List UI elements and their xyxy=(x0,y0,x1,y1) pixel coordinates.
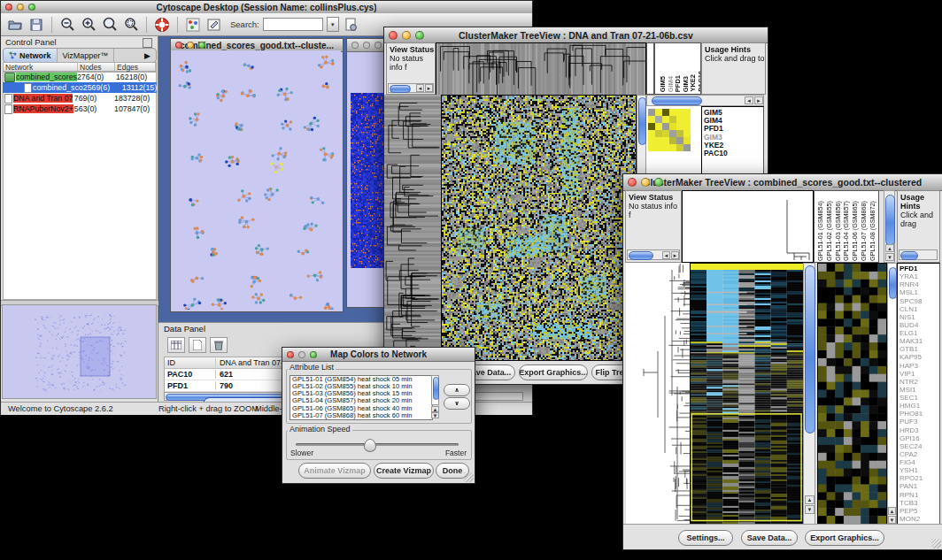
zoom-cell[interactable] xyxy=(683,144,691,151)
gene-label[interactable]: PFD1 xyxy=(898,265,939,272)
scroll-right-arrow[interactable]: ► xyxy=(671,251,679,259)
dialog-titlebar[interactable]: Map Colors to Network xyxy=(282,348,475,362)
gene-label[interactable]: NTR2 xyxy=(898,378,939,386)
gene-label[interactable]: HAP3 xyxy=(898,362,939,370)
resize-grip[interactable] xyxy=(464,472,474,482)
gene-label[interactable]: PEP5 xyxy=(898,507,939,515)
zoom-cell[interactable] xyxy=(676,116,683,123)
resize-grip[interactable] xyxy=(931,539,941,548)
scroll-right-arrow[interactable]: ► xyxy=(754,96,763,104)
gene-label[interactable]: CLN1 xyxy=(898,305,939,313)
minimize-button[interactable] xyxy=(17,4,24,11)
zoom-cell[interactable] xyxy=(648,144,655,151)
gene-label[interactable]: BUD4 xyxy=(898,321,939,329)
zoom-cell[interactable] xyxy=(683,109,691,116)
scrollbar-thumb[interactable] xyxy=(629,251,653,260)
zoom-cell[interactable] xyxy=(662,123,669,130)
vizmap-icon[interactable] xyxy=(184,16,202,34)
cytoscape-titlebar[interactable]: Cytoscape Desktop (Session Name: collins… xyxy=(1,1,532,14)
zoom-cell[interactable] xyxy=(662,116,669,123)
animate-vizmap-button[interactable]: Animate Vizmap xyxy=(298,463,371,479)
scrollbar-thumb[interactable] xyxy=(900,251,918,260)
gene-label[interactable]: PAN1 xyxy=(898,482,939,490)
settings-button[interactable]: Settings... xyxy=(678,530,733,546)
gene-label[interactable]: MSL1 xyxy=(898,288,939,296)
scroll-down-arrow[interactable]: ▼ xyxy=(888,516,896,524)
zoom-cell[interactable] xyxy=(683,137,691,144)
genelist-vscrollbar[interactable]: ▲ ▼ xyxy=(887,263,897,525)
gene-label[interactable]: YSH1 xyxy=(898,466,939,474)
network-list-row[interactable]: DNA and Tran 07769(0)183728(0) xyxy=(3,93,157,104)
tab-network[interactable]: Network xyxy=(4,49,58,62)
heatmap-vscrollbar[interactable]: ▲ ▼ xyxy=(803,263,815,525)
scroll-up-arrow[interactable]: ▲ xyxy=(885,244,894,252)
usage-hscrollbar[interactable] xyxy=(899,249,938,260)
zoom-cell[interactable] xyxy=(655,137,662,144)
search-dropdown-arrow[interactable]: ▼ xyxy=(327,17,339,32)
gene-label[interactable]: MSI1 xyxy=(898,386,939,394)
status-hscrollbar[interactable]: ◄ ► xyxy=(388,83,434,93)
gene-label[interactable]: NIS1 xyxy=(898,313,939,321)
report-icon[interactable] xyxy=(343,16,360,34)
zoom-cell[interactable] xyxy=(662,130,669,137)
tree-divider-strip[interactable] xyxy=(646,42,654,95)
column-dendrogram[interactable] xyxy=(682,190,814,263)
zoom-cell[interactable] xyxy=(662,109,669,116)
gene-label[interactable]: RPN1 xyxy=(898,491,939,499)
slider-thumb[interactable] xyxy=(364,439,376,452)
gene-label[interactable]: HMG1 xyxy=(898,402,939,410)
gene-label[interactable]: PHO81 xyxy=(898,410,939,418)
delete-attribute-icon[interactable] xyxy=(210,337,228,353)
global-heatmap[interactable] xyxy=(441,95,637,361)
annotation-icon[interactable] xyxy=(205,16,223,34)
close-button[interactable] xyxy=(389,31,398,40)
row-dendrogram[interactable] xyxy=(384,95,441,361)
gene-label[interactable]: PAC10 xyxy=(702,150,763,157)
attribute-table-icon[interactable] xyxy=(167,337,185,353)
zoom-cell[interactable] xyxy=(648,130,655,137)
minimize-button[interactable] xyxy=(641,178,650,187)
gene-label[interactable]: KAP95 xyxy=(898,353,939,361)
scroll-left-arrow[interactable]: ◄ xyxy=(416,84,424,92)
zoom-cell[interactable] xyxy=(648,123,655,130)
zoom-button[interactable] xyxy=(310,351,317,358)
global-heatmap[interactable] xyxy=(690,263,804,525)
zoom-cell[interactable] xyxy=(669,130,676,137)
column-dendrogram[interactable] xyxy=(436,42,646,96)
scrollbar-thumb[interactable] xyxy=(885,195,895,246)
zoom-cell[interactable] xyxy=(648,109,655,116)
treeview2-titlebar[interactable]: ClusterMaker TreeView : combined_scores_… xyxy=(623,174,942,191)
frame-minimize-button[interactable] xyxy=(363,42,370,49)
zoom-cell[interactable] xyxy=(669,137,676,144)
treeview1-titlebar[interactable]: ClusterMaker TreeView : DNA and Tran 07-… xyxy=(384,27,768,43)
create-vizmap-button[interactable]: Create Vizmap xyxy=(374,463,434,479)
open-folder-icon[interactable] xyxy=(6,16,24,34)
animation-speed-slider[interactable] xyxy=(296,443,459,446)
export-graphics-button[interactable]: Export Graphics... xyxy=(805,530,884,546)
zoom-cell[interactable] xyxy=(669,109,676,116)
zoom-cell[interactable] xyxy=(655,116,662,123)
zoom-cell[interactable] xyxy=(683,130,691,137)
tab-overflow-arrow[interactable]: ▶ xyxy=(139,49,156,62)
gene-label[interactable]: SEC1 xyxy=(898,394,939,402)
zoom-out-icon[interactable] xyxy=(58,16,76,34)
save-icon[interactable] xyxy=(27,16,45,34)
zoom-cell[interactable] xyxy=(648,137,655,144)
zoom-cell[interactable] xyxy=(676,137,683,144)
frame-close-button[interactable] xyxy=(175,42,182,49)
zoom-heatmap[interactable] xyxy=(817,263,887,525)
scroll-down-arrow[interactable]: ▼ xyxy=(431,412,439,418)
zoom-in-icon[interactable] xyxy=(80,16,97,34)
status-hscrollbar[interactable]: ◄ ► xyxy=(627,249,680,260)
scrollbar-thumb[interactable] xyxy=(652,96,702,105)
attribute-list-item[interactable]: GPL51-07 (GSM868) heat shock 60 min xyxy=(290,412,432,419)
close-button[interactable] xyxy=(628,178,637,187)
zoom-cell[interactable] xyxy=(669,123,676,130)
scroll-down-arrow[interactable]: ▼ xyxy=(805,505,815,514)
zoom-cell[interactable] xyxy=(676,130,683,137)
zoom-cell[interactable] xyxy=(662,144,669,151)
gene-label[interactable]: FIG4 xyxy=(898,458,939,466)
float-panel-icon[interactable] xyxy=(143,38,152,48)
frame-minimize-button[interactable] xyxy=(187,42,194,49)
zoom-cell[interactable] xyxy=(676,123,683,130)
